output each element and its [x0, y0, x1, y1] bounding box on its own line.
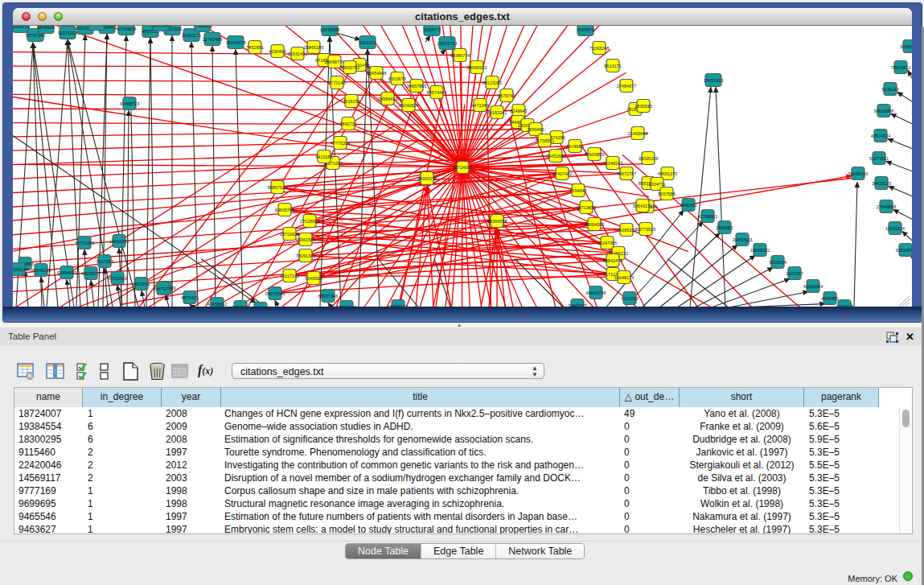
svg-text:34957885: 34957885 — [407, 83, 426, 88]
svg-text:36713695: 36713695 — [577, 204, 596, 209]
svg-text:0679740: 0679740 — [498, 93, 515, 97]
svg-text:4586850: 4586850 — [821, 295, 838, 300]
svg-text:71756551: 71756551 — [535, 138, 554, 142]
svg-text:39005329: 39005329 — [639, 155, 658, 160]
svg-text:43455812: 43455812 — [207, 301, 227, 306]
svg-text:49972787: 49972787 — [617, 171, 636, 175]
svg-text:38425135: 38425135 — [872, 180, 891, 185]
svg-text:88937346: 88937346 — [318, 293, 338, 298]
svg-text:42786801: 42786801 — [698, 213, 717, 218]
svg-text:58842474: 58842474 — [603, 257, 622, 262]
svg-text:38346578: 38346578 — [226, 39, 245, 44]
svg-text:32871012: 32871012 — [58, 30, 77, 35]
svg-text:51079911: 51079911 — [869, 155, 889, 160]
svg-text:9301031: 9301031 — [359, 39, 376, 44]
svg-text:3990490: 3990490 — [527, 126, 544, 131]
svg-text:1839335: 1839335 — [634, 103, 651, 108]
svg-text:43699577: 43699577 — [81, 270, 101, 275]
svg-text:81080132: 81080132 — [151, 26, 170, 27]
svg-text:28498776: 28498776 — [325, 59, 344, 64]
svg-text:43534624: 43534624 — [871, 133, 890, 138]
svg-text:4873471: 4873471 — [181, 295, 198, 299]
svg-text:99386774: 99386774 — [450, 52, 470, 57]
svg-text:27484677: 27484677 — [617, 83, 636, 88]
svg-text:64641708: 64641708 — [586, 290, 606, 295]
svg-text:29973763: 29973763 — [437, 40, 457, 45]
svg-text:05865185: 05865185 — [304, 44, 323, 49]
svg-text:86872774: 86872774 — [154, 286, 173, 290]
svg-text:1640052: 1640052 — [680, 202, 696, 207]
svg-text:8313678: 8313678 — [388, 76, 405, 80]
svg-text:13433200: 13433200 — [109, 238, 129, 243]
svg-text:8849696: 8849696 — [37, 26, 54, 30]
svg-text:62994680: 62994680 — [57, 270, 76, 274]
svg-text:15869232: 15869232 — [750, 247, 770, 252]
svg-text:10651333: 10651333 — [704, 77, 723, 82]
svg-text:34123281: 34123281 — [483, 80, 502, 84]
svg-text:0564139: 0564139 — [13, 26, 30, 29]
svg-text:47775204: 47775204 — [331, 140, 350, 145]
svg-text:63605766: 63605766 — [275, 207, 294, 212]
svg-text:7770143: 7770143 — [328, 80, 345, 84]
svg-text:70348247: 70348247 — [603, 160, 622, 165]
svg-text:4190496: 4190496 — [269, 48, 285, 53]
svg-text:44064090: 44064090 — [585, 221, 604, 226]
svg-text:45961586: 45961586 — [296, 237, 315, 241]
svg-text:9136193: 9136193 — [881, 86, 898, 91]
svg-text:61595148: 61595148 — [13, 266, 28, 271]
svg-text:55698169: 55698169 — [848, 171, 868, 175]
svg-text:31931491: 31931491 — [288, 51, 307, 56]
svg-text:49651370: 49651370 — [658, 171, 677, 175]
svg-text:21465840: 21465840 — [628, 130, 647, 135]
svg-text:16117240: 16117240 — [280, 273, 299, 278]
svg-text:4471349: 4471349 — [471, 102, 488, 107]
svg-text:99650752: 99650752 — [340, 64, 359, 69]
svg-text:38721489: 38721489 — [75, 240, 94, 245]
svg-text:74395339: 74395339 — [617, 227, 636, 232]
svg-text:30980500: 30980500 — [900, 43, 912, 48]
svg-text:09670546: 09670546 — [265, 290, 285, 295]
svg-text:5310033: 5310033 — [621, 295, 638, 300]
svg-text:8613171: 8613171 — [604, 63, 621, 68]
svg-text:58867533: 58867533 — [268, 184, 287, 189]
svg-text:1607337: 1607337 — [786, 270, 803, 275]
svg-text:2004711: 2004711 — [648, 181, 665, 186]
svg-text:15451680: 15451680 — [546, 153, 565, 158]
svg-text:6025634: 6025634 — [769, 259, 786, 264]
svg-text:85574443: 85574443 — [427, 89, 446, 94]
svg-text:64990913: 64990913 — [467, 64, 487, 69]
svg-text:50643171: 50643171 — [633, 203, 652, 208]
svg-text:18702621: 18702621 — [280, 231, 299, 236]
svg-text:77360260: 77360260 — [193, 26, 212, 28]
svg-text:7594647: 7594647 — [569, 187, 586, 192]
svg-text:35240824: 35240824 — [399, 102, 418, 107]
svg-text:35454948: 35454948 — [367, 70, 386, 75]
svg-text:12411824: 12411824 — [885, 225, 905, 230]
svg-text:9413186: 9413186 — [315, 154, 332, 159]
svg-text:21047095: 21047095 — [598, 240, 617, 245]
svg-text:72624731: 72624731 — [87, 26, 106, 27]
svg-text:19384554: 19384554 — [487, 218, 507, 223]
svg-text:0249947: 0249947 — [510, 108, 527, 113]
svg-text:30391171: 30391171 — [182, 32, 201, 37]
svg-text:18724007: 18724007 — [453, 164, 472, 169]
svg-text:29300275: 29300275 — [417, 175, 437, 180]
svg-text:47407482: 47407482 — [552, 171, 572, 175]
svg-text:36183242: 36183242 — [487, 109, 507, 114]
svg-text:87603859: 87603859 — [585, 151, 604, 156]
svg-text:7917693: 7917693 — [96, 258, 113, 263]
svg-text:2805982: 2805982 — [716, 225, 733, 229]
svg-text:47468723: 47468723 — [120, 101, 139, 105]
svg-text:16048175: 16048175 — [614, 274, 634, 279]
svg-text:7452991: 7452991 — [246, 44, 263, 49]
svg-text:5674680: 5674680 — [566, 143, 583, 148]
svg-text:78820812: 78820812 — [891, 64, 910, 69]
svg-text:62704828: 62704828 — [117, 26, 136, 31]
svg-text:65648236: 65648236 — [31, 267, 51, 272]
svg-text:74989413: 74989413 — [378, 96, 397, 101]
svg-text:93534874: 93534874 — [896, 247, 912, 252]
svg-text:27028951: 27028951 — [300, 218, 319, 223]
svg-text:20450533: 20450533 — [733, 237, 752, 241]
svg-text:67632016: 67632016 — [108, 275, 127, 280]
svg-text:53773515: 53773515 — [636, 226, 655, 231]
